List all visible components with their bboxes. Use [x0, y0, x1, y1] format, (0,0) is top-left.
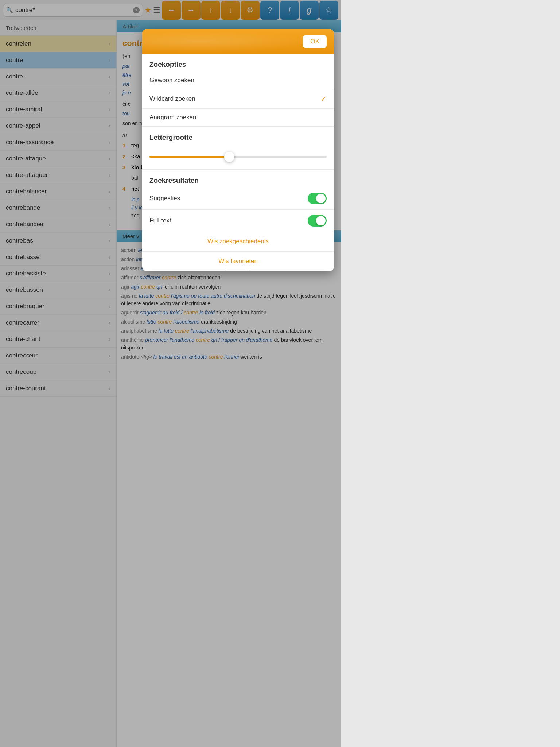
clear-history-link[interactable]: Wis zoekgeschiedenis [142, 232, 334, 251]
modal-item-gewoon[interactable]: Gewoon zoeken [142, 71, 334, 89]
ok-button[interactable]: OK [303, 35, 327, 48]
modal-header: OK [142, 29, 334, 54]
zoekresultaten-section: Zoekresultaten Suggesties Full text [142, 170, 334, 232]
modal-body: Zoekopties Gewoon zoeken Wildcard zoeken… [142, 54, 334, 271]
suggesties-toggle[interactable] [308, 193, 327, 204]
modal-item-fulltext[interactable]: Full text [142, 210, 334, 232]
slider-thumb[interactable] [224, 152, 234, 162]
toggle-thumb [316, 216, 326, 225]
fulltext-toggle[interactable] [308, 215, 327, 227]
search-options-modal: OK Zoekopties Gewoon zoeken Wildcard zoe… [142, 29, 334, 271]
modal-item-anagram[interactable]: Anagram zoeken [142, 109, 334, 127]
slider-track[interactable] [149, 156, 327, 158]
results-title: Zoekresultaten [142, 170, 334, 187]
modal-item-label: Wildcard zoeken [149, 95, 195, 102]
modal-item-label: Anagram zoeken [149, 114, 197, 121]
modal-item-suggesties[interactable]: Suggesties [142, 187, 334, 210]
font-size-title: Lettergrootte [142, 127, 334, 144]
modal-item-label: Suggesties [149, 195, 180, 202]
clear-favorites-link[interactable]: Wis favorieten [142, 252, 334, 271]
search-options-title: Zoekopties [142, 54, 334, 71]
main-layout: Trefwoorden contreien › contre › contre-… [0, 20, 341, 747]
modal-item-label: Full text [149, 217, 171, 224]
modal-item-wildcard[interactable]: Wildcard zoeken ✓ [142, 89, 334, 109]
modal-item-label: Gewoon zoeken [149, 77, 194, 84]
modal-overlay[interactable]: OK Zoekopties Gewoon zoeken Wildcard zoe… [0, 0, 341, 747]
font-size-slider-container [142, 144, 334, 169]
toggle-thumb [316, 194, 326, 203]
checkmark-icon: ✓ [320, 94, 327, 103]
slider-fill [149, 156, 229, 158]
